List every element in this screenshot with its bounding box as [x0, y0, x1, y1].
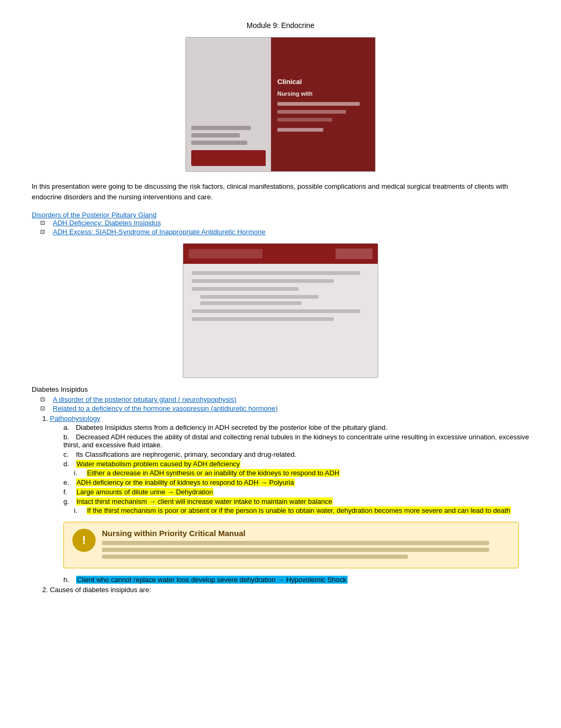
nursing-alert-box: ! Nursing within Priority Critical Manua…	[63, 522, 519, 568]
lettered-list-continuation: h. Client who cannot replace water loos …	[32, 576, 529, 584]
slide2-sub	[192, 295, 369, 305]
slide-subtitle-line	[277, 128, 323, 132]
list-item-disorder-posterior: A disorder of the posterior pituitary gl…	[32, 395, 529, 403]
path-text-e: ADH deficiency or the inability of kidne…	[76, 478, 295, 486]
alert-body-line-2	[102, 548, 489, 552]
path-text-b: Decreased ADH reduces the ability of dis…	[63, 433, 529, 449]
slide-subtitle-line3	[277, 118, 332, 122]
path-item-e: e. ADH deficiency or the inability of ki…	[63, 478, 529, 486]
roman-text-g-i: If the thirst mechanism is poor or absen…	[87, 506, 511, 514]
slide2-top-right	[335, 248, 372, 259]
rom-g-i: i.	[74, 506, 85, 514]
slide-image-2	[183, 243, 378, 378]
disorders-heading[interactable]: Disorders of the Posterior Pituitary Gla…	[32, 211, 156, 219]
slide2-line	[192, 287, 298, 291]
slide-right-panel: Clinical Nursing with	[271, 38, 375, 171]
num-label-1: 1.	[32, 414, 48, 422]
list-item: ADH Deficiency: Diabetes Insipidus	[32, 219, 529, 227]
slide2-top	[183, 244, 378, 264]
intro-text: In this presentation were going to be di…	[32, 181, 529, 202]
diabetes-insipidus-section: Diabetes Insipidus A disorder of the pos…	[32, 385, 529, 594]
alert-body	[102, 541, 510, 559]
let-b: b.	[63, 433, 74, 441]
roman-list-g: i. If the thirst mechanism is poor or ab…	[63, 506, 529, 514]
slide-title-block: Clinical Nursing with	[277, 77, 369, 98]
let-g: g.	[63, 497, 74, 505]
disorders-section: Disorders of the Posterior Pituitary Gla…	[32, 211, 529, 236]
slide2-sub-line	[200, 295, 319, 299]
di-heading: Diabetes Insipidus	[32, 385, 529, 393]
pathophysiology-item: 1. Pathophysiology a. Diabetes Insipidus…	[32, 414, 529, 514]
path-text-g: Intact thirst mechanism → client will in…	[76, 497, 333, 505]
path-item-h: h. Client who cannot replace water loos …	[63, 576, 529, 584]
di-bullet-list: A disorder of the posterior pituitary gl…	[32, 395, 529, 412]
path-text-h: Client who cannot replace water loos dev…	[76, 576, 348, 584]
slide2-line	[192, 309, 360, 313]
slide-line	[191, 126, 251, 130]
path-item-d: d. Water metabolism problem caused by AD…	[63, 460, 529, 477]
page-title: Module 9: Endocrine	[32, 21, 529, 30]
path-text-a: Diabetes Insipidus stems from a deficien…	[76, 423, 388, 431]
bullet-adh-deficiency[interactable]: ADH Deficiency: Diabetes Insipidus	[53, 219, 161, 227]
slide2-line	[192, 279, 334, 283]
slide-line	[191, 141, 247, 145]
bullet-adh-excess[interactable]: ADH Excess: SIADH-Syndrome of Inappropri…	[53, 228, 265, 236]
roman-item-g-i: i. If the thirst mechanism is poor or ab…	[74, 506, 529, 514]
slide2-sub-line	[200, 301, 302, 305]
list-item: ADH Excess: SIADH-Syndrome of Inappropri…	[32, 228, 529, 236]
let-a: a.	[63, 423, 74, 431]
pathophysiology-label[interactable]: Pathophysiology	[50, 414, 100, 422]
slide2-line	[192, 317, 334, 321]
list-item-hormone-deficiency: Related to a deficiency of the hormone v…	[32, 404, 529, 412]
causes-suffix: are:	[139, 586, 151, 594]
slide2-body	[183, 264, 378, 328]
slide-image-1: Clinical Nursing with	[185, 37, 376, 172]
slide2-top-bar	[189, 249, 263, 259]
slide-left-panel	[186, 38, 271, 171]
slide-subtitle-line2	[277, 110, 346, 114]
causes-label: Causes of diabetes insipidus	[50, 586, 137, 594]
path-item-g: g. Intact thirst mechanism → client will…	[63, 497, 529, 514]
path-item-f: f. Large amounts of dilute urine → Dehyd…	[63, 488, 529, 496]
slide-line	[191, 133, 240, 137]
let-e: e.	[63, 478, 74, 486]
di-bullet-1: A disorder of the posterior pituitary gl…	[53, 395, 237, 403]
pathophysiology-numbered-list: 1. Pathophysiology a. Diabetes Insipidus…	[32, 414, 529, 514]
alert-content: Nursing within Priority Critical Manual	[102, 529, 510, 561]
causes-numbered-list: 2. Causes of diabetes insipidus are:	[32, 586, 529, 594]
path-text-f: Large amounts of dilute urine → Dehydrat…	[76, 488, 214, 496]
lettered-list: a. Diabetes Insipidus stems from a defic…	[32, 423, 529, 514]
let-c: c.	[63, 450, 74, 458]
alert-body-line-3	[102, 555, 408, 559]
let-d: d.	[63, 460, 74, 468]
alert-icon: !	[72, 529, 96, 552]
slide-bottom-bar	[191, 150, 266, 166]
alert-body-line-1	[102, 541, 489, 545]
let-h: h.	[63, 576, 74, 584]
let-f: f.	[63, 488, 74, 496]
path-item-c: c. Its Classifications are nephrogenic, …	[63, 450, 529, 458]
roman-item-d-i: i. Either a decrease in ADH synthesis or…	[74, 469, 529, 477]
causes-item: 2. Causes of diabetes insipidus are:	[32, 586, 529, 594]
path-text-d: Water metabolism problem caused by ADH d…	[76, 460, 240, 468]
path-item-a: a. Diabetes Insipidus stems from a defic…	[63, 423, 529, 431]
slide2-line	[192, 271, 360, 275]
alert-title: Nursing within Priority Critical Manual	[102, 529, 510, 538]
path-item-b: b. Decreased ADH reduces the ability of …	[63, 433, 529, 449]
di-bullet-2: Related to a deficiency of the hormone v…	[53, 404, 278, 412]
rom-d-i: i.	[74, 469, 85, 477]
slide-subtitle-line	[277, 102, 360, 106]
path-text-c: Its Classifications are nephrogenic, pri…	[76, 450, 296, 458]
roman-list-d: i. Either a decrease in ADH synthesis or…	[63, 469, 529, 477]
disorders-bullet-list: ADH Deficiency: Diabetes Insipidus ADH E…	[32, 219, 529, 236]
num-label-2: 2.	[32, 586, 48, 594]
roman-text-d-i: Either a decrease in ADH synthesis or an…	[87, 469, 340, 477]
alert-icon-symbol: !	[82, 533, 86, 547]
